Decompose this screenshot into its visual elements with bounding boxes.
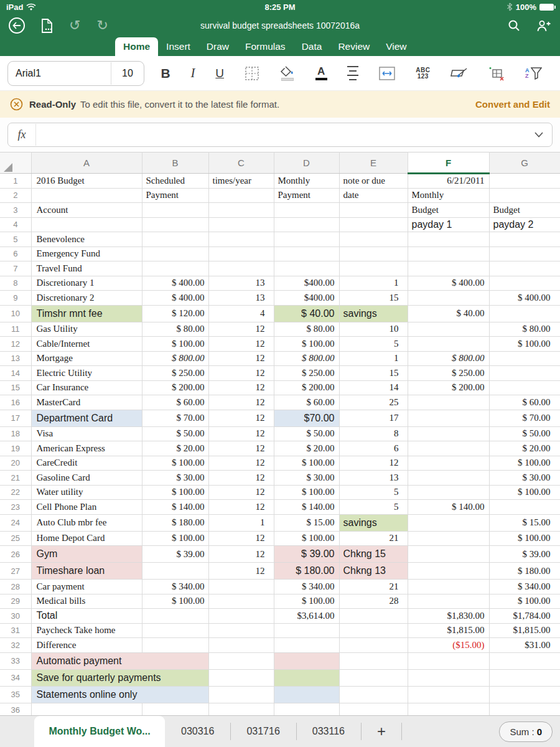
row-header-22[interactable]: 22 — [0, 485, 31, 500]
cell-E34[interactable] — [339, 669, 408, 686]
cell-G31[interactable]: $1,815.00 — [489, 623, 560, 638]
cell-A10[interactable]: Timshr mnt fee — [31, 305, 142, 322]
select-all-corner[interactable] — [0, 153, 31, 174]
ribbon-tab-data[interactable]: Data — [294, 37, 330, 56]
cell-B17[interactable]: $ 70.00 — [142, 410, 208, 426]
cell-B15[interactable]: $ 200.00 — [142, 380, 208, 395]
row-header-27[interactable]: 27 — [0, 563, 31, 580]
cell-B22[interactable]: $ 100.00 — [142, 485, 208, 500]
cell-A5[interactable]: Benevolence — [31, 232, 142, 247]
cell-F2[interactable]: Monthly — [408, 188, 489, 203]
cell-D12[interactable]: $ 100.00 — [274, 337, 339, 352]
cell-G16[interactable]: $ 60.00 — [489, 395, 560, 410]
cell-D30[interactable]: $3,614.00 — [274, 609, 339, 624]
cell-C6[interactable] — [208, 247, 274, 261]
cell-C31[interactable] — [208, 623, 274, 638]
cell-G9[interactable]: $ 400.00 — [489, 291, 560, 306]
cell-B28[interactable]: $ 340.00 — [142, 580, 208, 594]
cell-A15[interactable]: Car Insurance — [31, 380, 142, 395]
cell-F23[interactable]: $ 140.00 — [408, 500, 489, 515]
row-header-5[interactable]: 5 — [0, 232, 31, 247]
row-header-3[interactable]: 3 — [0, 203, 31, 218]
cell-D35[interactable] — [274, 686, 339, 703]
cell-C2[interactable] — [208, 188, 274, 203]
cell-B26[interactable]: $ 39.00 — [142, 546, 208, 563]
cell-A17[interactable]: Department Card — [31, 410, 142, 426]
cell-A12[interactable]: Cable/Internet — [31, 337, 142, 352]
row-header-35[interactable]: 35 — [0, 686, 31, 703]
cell-A35[interactable]: Statements online only — [31, 686, 208, 703]
cell-F13[interactable]: $ 800.00 — [408, 351, 489, 366]
cell-A8[interactable]: Discretionary 1 — [31, 276, 142, 291]
cell-B8[interactable]: $ 400.00 — [142, 276, 208, 291]
cell-G5[interactable] — [489, 232, 560, 247]
cell-B14[interactable]: $ 250.00 — [142, 366, 208, 381]
redo-button[interactable]: ↻ — [96, 19, 108, 32]
cell-D25[interactable]: $ 100.00 — [274, 531, 339, 546]
cell-D10[interactable]: $ 40.00 — [274, 305, 339, 322]
cell-E6[interactable] — [339, 247, 408, 261]
row-header-20[interactable]: 20 — [0, 456, 31, 471]
alignment-button[interactable] — [347, 65, 358, 82]
italic-button[interactable]: I — [190, 65, 195, 81]
cell-G36[interactable] — [489, 703, 560, 715]
cell-C17[interactable]: 12 — [208, 410, 274, 426]
cell-C33[interactable] — [208, 652, 274, 669]
cell-D6[interactable] — [274, 247, 339, 261]
cell-A34[interactable]: Save for quarterly payments — [31, 669, 208, 686]
cell-G21[interactable]: $ 30.00 — [489, 471, 560, 486]
cell-C5[interactable] — [208, 232, 274, 247]
cell-B29[interactable]: $ 100.00 — [142, 594, 208, 609]
column-header-G[interactable]: G — [489, 153, 560, 174]
cell-E24[interactable]: savings — [339, 514, 408, 531]
cell-E17[interactable]: 17 — [339, 410, 408, 426]
cell-G33[interactable] — [489, 652, 560, 669]
row-header-13[interactable]: 13 — [0, 351, 31, 366]
font-picker[interactable]: Arial1 10 — [7, 61, 144, 86]
row-header-4[interactable]: 4 — [0, 217, 31, 232]
ribbon-tab-home[interactable]: Home — [115, 37, 158, 56]
cell-E16[interactable]: 25 — [339, 395, 408, 410]
cell-E23[interactable]: 5 — [339, 500, 408, 515]
cell-C29[interactable] — [208, 594, 274, 609]
cell-F34[interactable] — [408, 669, 489, 686]
cell-F28[interactable] — [408, 580, 489, 594]
cell-C21[interactable]: 12 — [208, 471, 274, 486]
cell-F21[interactable] — [408, 471, 489, 486]
row-header-15[interactable]: 15 — [0, 380, 31, 395]
cell-D20[interactable]: $ 100.00 — [274, 456, 339, 471]
cell-G15[interactable] — [489, 380, 560, 395]
row-header-31[interactable]: 31 — [0, 623, 31, 638]
cell-D27[interactable]: $ 180.00 — [274, 563, 339, 580]
cell-D22[interactable]: $ 100.00 — [274, 485, 339, 500]
cell-E1[interactable]: note or due — [339, 174, 408, 189]
row-header-1[interactable]: 1 — [0, 174, 31, 189]
undo-button[interactable]: ↺ — [69, 19, 80, 32]
cell-C8[interactable]: 13 — [208, 276, 274, 291]
cell-F18[interactable] — [408, 426, 489, 441]
cell-D5[interactable] — [274, 232, 339, 247]
cell-A23[interactable]: Cell Phone Plan — [31, 500, 142, 515]
cell-C25[interactable]: 12 — [208, 531, 274, 546]
row-header-9[interactable]: 9 — [0, 291, 31, 306]
cell-E20[interactable]: 12 — [339, 456, 408, 471]
cell-G27[interactable]: $ 180.00 — [489, 563, 560, 580]
row-header-14[interactable]: 14 — [0, 366, 31, 381]
cell-D28[interactable]: $ 340.00 — [274, 580, 339, 594]
cell-D24[interactable]: $ 15.00 — [274, 514, 339, 531]
cell-C36[interactable] — [208, 703, 274, 715]
cell-B30[interactable] — [142, 609, 208, 624]
cell-A1[interactable]: 2016 Budget — [31, 174, 142, 189]
cell-E8[interactable]: 1 — [339, 276, 408, 291]
cell-F22[interactable] — [408, 485, 489, 500]
cell-B32[interactable] — [142, 638, 208, 653]
row-header-12[interactable]: 12 — [0, 337, 31, 352]
cell-A21[interactable]: Gasoline Card — [31, 471, 142, 486]
cell-A6[interactable]: Emergency Fund — [31, 247, 142, 261]
font-color-button[interactable]: A — [315, 66, 327, 80]
cell-A26[interactable]: Gym — [31, 546, 142, 563]
row-header-19[interactable]: 19 — [0, 441, 31, 456]
cell-F3[interactable]: Budget — [408, 203, 489, 218]
cell-D31[interactable] — [274, 623, 339, 638]
cell-A4[interactable] — [31, 217, 142, 232]
